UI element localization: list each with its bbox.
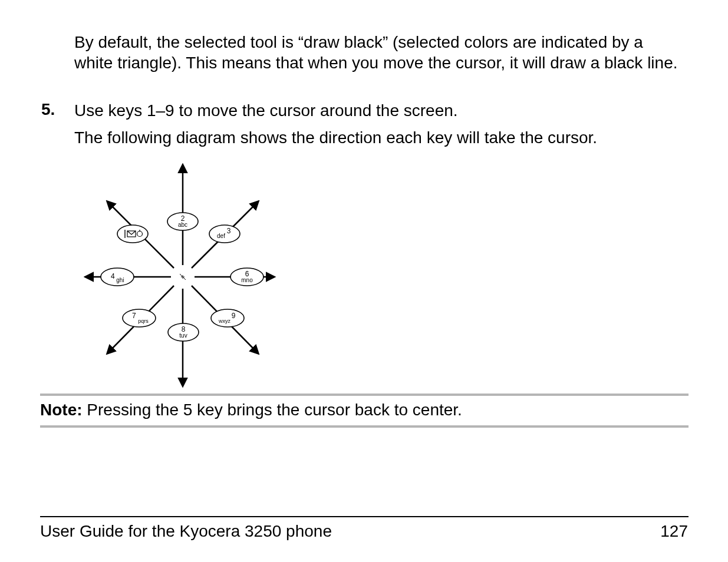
key-3-letters: def bbox=[217, 233, 225, 239]
key-4-letters: ghi bbox=[116, 277, 124, 283]
direction-keys-diagram: 2 abc 3 def 4 ghi 6 mno 7 pqrs 8 tuv 9 w… bbox=[77, 159, 318, 395]
note-body: Pressing the 5 key brings the cursor bac… bbox=[83, 401, 462, 419]
key-4-digit: 4 bbox=[111, 272, 115, 280]
key-7-digit: 7 bbox=[132, 312, 136, 320]
step-instruction: Use keys 1–9 to move the cursor around t… bbox=[74, 100, 686, 121]
key-9-digit: 9 bbox=[232, 312, 236, 320]
step-sub-instruction: The following diagram shows the directio… bbox=[74, 127, 686, 148]
key-7-letters: pqrs bbox=[138, 318, 149, 324]
footer-title: User Guide for the Kyocera 3250 phone bbox=[40, 522, 332, 541]
note-rule-bottom bbox=[40, 425, 689, 428]
footer-page-number: 127 bbox=[660, 522, 688, 541]
document-page: By default, the selected tool is “draw b… bbox=[0, 0, 728, 562]
key-3-digit: 3 bbox=[227, 227, 231, 235]
svg-line-10 bbox=[180, 274, 182, 276]
key-8-letters: tuv bbox=[179, 332, 187, 339]
step-number-5: 5. bbox=[41, 100, 55, 119]
key-6-letters: mno bbox=[241, 277, 253, 283]
footer-rule bbox=[40, 516, 689, 517]
key-2-letters: abc bbox=[178, 222, 187, 228]
svg-line-11 bbox=[183, 277, 186, 280]
note-label: Note: bbox=[40, 401, 83, 419]
note: Note: Pressing the 5 key brings the curs… bbox=[40, 401, 689, 419]
paragraph-intro: By default, the selected tool is “draw b… bbox=[74, 32, 686, 73]
note-rule-top bbox=[40, 394, 689, 396]
key-9-letters: wxyz bbox=[218, 318, 230, 324]
